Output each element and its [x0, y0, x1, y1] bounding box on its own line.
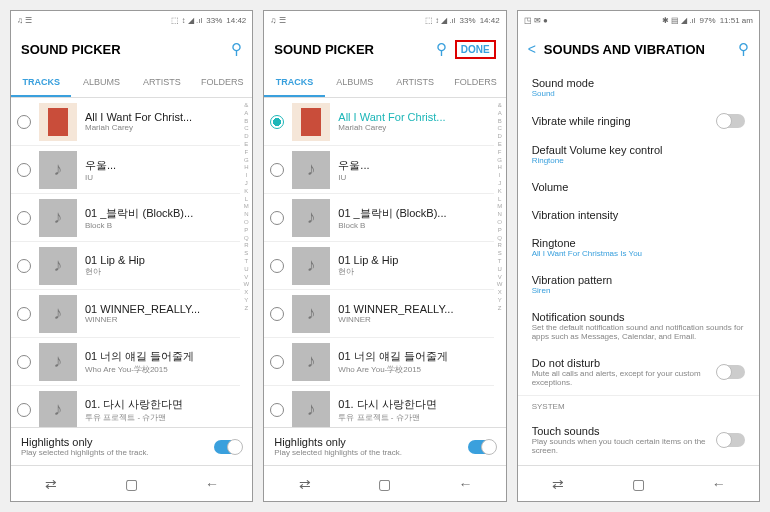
radio-button[interactable] [270, 259, 284, 273]
setting-row[interactable]: RingtoneAll I Want For Christmas Is You [518, 229, 759, 266]
track-row[interactable]: All I Want For Christ...Mariah Carey [264, 98, 493, 146]
index-letter[interactable]: Y [240, 297, 252, 305]
setting-row[interactable]: Vibrate while ringing [518, 106, 759, 136]
done-button[interactable]: DONE [455, 40, 496, 59]
highlights-toggle[interactable] [214, 440, 242, 454]
tab-albums[interactable]: ALBUMS [71, 69, 131, 97]
index-letter[interactable]: I [240, 172, 252, 180]
track-row[interactable]: ♪01. 다시 사랑한다면투유 프로젝트 - 슈가맨 [11, 386, 240, 427]
radio-button[interactable] [17, 163, 31, 177]
setting-row[interactable]: Default Volume key controlRingtone [518, 136, 759, 173]
index-letter[interactable]: V [240, 274, 252, 282]
setting-row[interactable]: Vibration patternSiren [518, 266, 759, 303]
index-letter[interactable]: Q [494, 235, 506, 243]
index-letter[interactable]: O [240, 219, 252, 227]
index-letter[interactable]: I [494, 172, 506, 180]
index-letter[interactable]: G [240, 157, 252, 165]
track-row[interactable]: ♪01 _블락비 (BlockB)...Block B [11, 194, 240, 242]
index-letter[interactable]: P [240, 227, 252, 235]
index-letter[interactable]: L [240, 196, 252, 204]
setting-row[interactable]: Notification soundsSet the default notif… [518, 303, 759, 349]
index-letter[interactable]: X [240, 289, 252, 297]
recent-button[interactable]: ⇄ [11, 466, 91, 501]
setting-toggle[interactable] [717, 433, 745, 447]
recent-button[interactable]: ⇄ [264, 466, 344, 501]
search-icon[interactable]: ⚲ [231, 40, 242, 58]
track-row[interactable]: ♪01 너의 얘길 들어줄게Who Are You-学校2015 [264, 338, 493, 386]
index-letter[interactable]: U [494, 266, 506, 274]
tab-tracks[interactable]: TRACKS [11, 69, 71, 97]
back-button[interactable]: ← [425, 466, 505, 501]
track-row[interactable]: ♪01 너의 얘길 들어줄게Who Are You-学校2015 [11, 338, 240, 386]
index-letter[interactable]: H [240, 164, 252, 172]
radio-button[interactable] [270, 403, 284, 417]
index-letter[interactable]: K [240, 188, 252, 196]
radio-button[interactable] [270, 163, 284, 177]
index-letter[interactable]: R [494, 242, 506, 250]
tab-tracks[interactable]: TRACKS [264, 69, 324, 97]
index-letter[interactable]: X [494, 289, 506, 297]
search-icon[interactable]: ⚲ [738, 40, 749, 58]
index-letter[interactable]: & [494, 102, 506, 110]
tab-folders[interactable]: FOLDERS [192, 69, 252, 97]
index-letter[interactable]: Y [494, 297, 506, 305]
setting-row[interactable]: Sound modeSound [518, 69, 759, 106]
home-button[interactable]: ▢ [91, 466, 171, 501]
index-letter[interactable]: G [494, 157, 506, 165]
back-button[interactable]: ← [679, 466, 759, 501]
index-letter[interactable]: Q [240, 235, 252, 243]
track-row[interactable]: ♪01 Lip & Hip현아 [264, 242, 493, 290]
index-letter[interactable]: E [240, 141, 252, 149]
index-scroller[interactable]: &ABCDEFGHIJKLMNOPQRSTUVWXYZ [240, 98, 252, 427]
index-letter[interactable]: B [494, 118, 506, 126]
radio-button[interactable] [17, 355, 31, 369]
index-letter[interactable]: A [494, 110, 506, 118]
index-letter[interactable]: & [240, 102, 252, 110]
radio-button[interactable] [17, 211, 31, 225]
setting-row[interactable]: Touch soundsPlay sounds when you touch c… [518, 417, 759, 463]
search-icon[interactable]: ⚲ [436, 40, 447, 58]
track-row[interactable]: ♪우울...IU [11, 146, 240, 194]
index-letter[interactable]: H [494, 164, 506, 172]
track-row[interactable]: ♪01. 다시 사랑한다면투유 프로젝트 - 슈가맨 [264, 386, 493, 427]
index-letter[interactable]: W [240, 281, 252, 289]
radio-button[interactable] [17, 307, 31, 321]
track-row[interactable]: ♪01 WINNER_REALLY...WINNER [264, 290, 493, 338]
setting-row[interactable]: Volume [518, 173, 759, 201]
tab-folders[interactable]: FOLDERS [445, 69, 505, 97]
index-letter[interactable]: W [494, 281, 506, 289]
index-letter[interactable]: E [494, 141, 506, 149]
radio-button[interactable] [270, 115, 284, 129]
index-letter[interactable]: N [494, 211, 506, 219]
index-letter[interactable]: C [240, 125, 252, 133]
index-letter[interactable]: F [494, 149, 506, 157]
radio-button[interactable] [270, 211, 284, 225]
index-letter[interactable]: J [494, 180, 506, 188]
index-letter[interactable]: D [494, 133, 506, 141]
radio-button[interactable] [270, 355, 284, 369]
index-letter[interactable]: T [494, 258, 506, 266]
index-letter[interactable]: D [240, 133, 252, 141]
index-letter[interactable]: M [240, 203, 252, 211]
setting-toggle[interactable] [717, 365, 745, 379]
setting-row[interactable]: Do not disturbMute all calls and alerts,… [518, 349, 759, 395]
track-row[interactable]: ♪01 _블락비 (BlockB)...Block B [264, 194, 493, 242]
index-letter[interactable]: U [240, 266, 252, 274]
index-letter[interactable]: R [240, 242, 252, 250]
index-letter[interactable]: J [240, 180, 252, 188]
radio-button[interactable] [17, 115, 31, 129]
index-scroller[interactable]: &ABCDEFGHIJKLMNOPQRSTUVWXYZ [494, 98, 506, 427]
radio-button[interactable] [17, 259, 31, 273]
radio-button[interactable] [17, 403, 31, 417]
home-button[interactable]: ▢ [598, 466, 678, 501]
setting-toggle[interactable] [717, 114, 745, 128]
index-letter[interactable]: M [494, 203, 506, 211]
home-button[interactable]: ▢ [345, 466, 425, 501]
track-row[interactable]: ♪우울...IU [264, 146, 493, 194]
highlights-toggle[interactable] [468, 440, 496, 454]
track-row[interactable]: All I Want For Christ...Mariah Carey [11, 98, 240, 146]
index-letter[interactable]: T [240, 258, 252, 266]
back-button[interactable]: ← [172, 466, 252, 501]
track-row[interactable]: ♪01 WINNER_REALLY...WINNER [11, 290, 240, 338]
radio-button[interactable] [270, 307, 284, 321]
